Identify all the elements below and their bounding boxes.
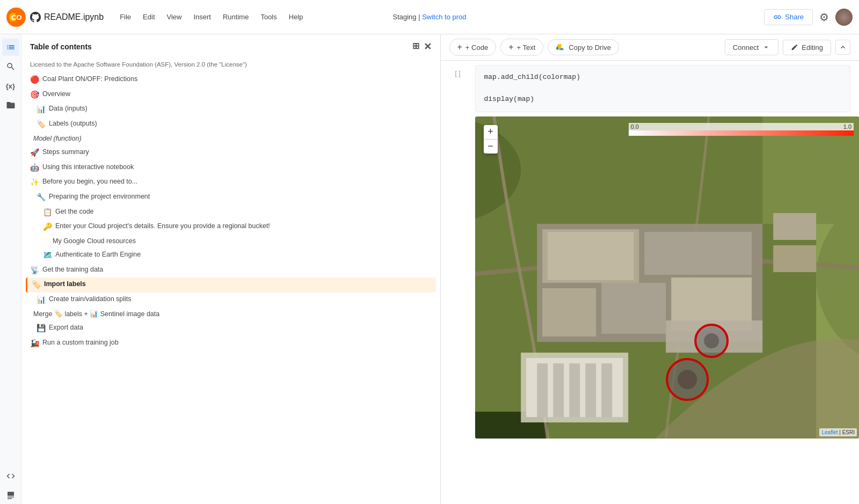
zoom-out-button[interactable]: −	[484, 140, 498, 154]
menu-tools[interactable]: Tools	[255, 11, 282, 23]
toc-items: 🔴 Coal Plant ON/OFF: Predictions 🎯 Overv…	[21, 72, 440, 350]
notebook-area: + + Code + + Text Copy to Drive Connect …	[441, 34, 860, 504]
toc-item-training-job[interactable]: 🚂 Run a custom training job	[26, 336, 436, 351]
import-labels-icon: 🏷️	[32, 280, 41, 290]
menu-help[interactable]: Help	[283, 11, 309, 23]
share-label: Share	[785, 13, 804, 21]
settings-icon[interactable]: ⚙	[819, 11, 829, 24]
editing-button[interactable]: Editing	[783, 40, 831, 55]
toc-item-coal-plant[interactable]: 🔴 Coal Plant ON/OFF: Predictions	[26, 72, 436, 87]
toc-header: Table of contents ⊞ ✕	[21, 34, 440, 57]
earth-icon: 🗺️	[43, 250, 52, 261]
svg-rect-28	[773, 213, 816, 240]
leaflet-link[interactable]: Leaflet	[821, 429, 838, 435]
menu-runtime[interactable]: Runtime	[217, 11, 254, 23]
svg-rect-21	[537, 363, 548, 417]
toc-interactive-label: Using this interactive notebook	[42, 163, 432, 172]
toc-item-before[interactable]: ✨ Before you begin, you need to...	[26, 175, 436, 190]
get-code-icon: 📋	[43, 207, 52, 218]
notebook-filename: README.ipynb	[44, 12, 104, 22]
toc-item-interactive[interactable]: 🤖 Using this interactive notebook	[26, 160, 436, 176]
toc-get-code-label: Get the code	[55, 207, 432, 217]
toc-item-merge[interactable]: Merge 🏷️ labels + 📊 Sentinel image data	[26, 308, 436, 322]
labels-icon: 🏷️	[37, 119, 46, 130]
main-layout: {x} Table of contents ⊞ ✕ Licensed to th…	[0, 34, 859, 504]
collapse-toolbar-button[interactable]	[835, 40, 850, 55]
preparing-icon: 🔧	[37, 192, 46, 203]
add-code-button[interactable]: + + Code	[449, 39, 497, 56]
zoom-in-button[interactable]: +	[484, 125, 498, 139]
share-button[interactable]: Share	[764, 9, 813, 25]
toc-item-import-labels[interactable]: 🏷️ Import labels	[26, 277, 436, 293]
toc-export-label: Export data	[49, 323, 432, 333]
terminal-icon-btn[interactable]	[2, 487, 19, 504]
staging-notice: Staging | Switch to prod	[392, 13, 466, 21]
toc-item-gcloud-resources[interactable]: My Google Cloud resources	[26, 235, 436, 249]
menu-edit[interactable]: Edit	[137, 11, 160, 23]
toc-close-icon[interactable]: ✕	[424, 41, 432, 53]
toc-item-preparing[interactable]: 🔧 Preparing the project environment	[26, 190, 436, 205]
add-text-button[interactable]: + + Text	[500, 39, 543, 56]
run-cell-button[interactable]: [ ]	[452, 67, 464, 80]
toc-grid-icon[interactable]: ⊞	[412, 41, 419, 53]
cell-gutter: [ ]	[441, 63, 475, 445]
toc-item-labels[interactable]: 🏷️ Labels (outputs)	[26, 117, 436, 132]
toc-model-label: Model (function)	[33, 134, 432, 144]
copy-to-drive-button[interactable]: Copy to Drive	[548, 39, 619, 55]
toc-item-get-code[interactable]: 📋 Get the code	[26, 205, 436, 220]
toc-coal-plant-label: Coal Plant ON/OFF: Predictions	[42, 75, 432, 84]
topbar: CO README.ipynb File Edit View Insert Ru…	[0, 0, 859, 34]
overview-icon: 🎯	[30, 90, 39, 100]
toc-title: Table of contents	[30, 42, 92, 51]
colormap-bar: 0.0 1.0	[629, 123, 854, 136]
coal-plant-icon: 🔴	[30, 75, 39, 85]
code-line-3: display(map)	[484, 94, 842, 105]
code-line-2	[484, 83, 842, 94]
svg-text:CO: CO	[11, 13, 22, 21]
svg-rect-29	[773, 245, 816, 272]
toc-item-steps[interactable]: 🚀 Steps summary	[26, 145, 436, 160]
search-icon-btn[interactable]	[2, 58, 19, 75]
add-text-label: + Text	[516, 43, 535, 52]
toc-merge-label: Merge 🏷️ labels + 📊 Sentinel image data	[33, 310, 432, 319]
menu-view[interactable]: View	[162, 11, 187, 23]
code-icon-btn[interactable]	[2, 468, 19, 485]
toc-item-overview[interactable]: 🎯 Overview	[26, 87, 436, 103]
menu-insert[interactable]: Insert	[188, 11, 216, 23]
toc-item-data[interactable]: 📊 Data (inputs)	[26, 102, 436, 117]
training-data-icon: 📡	[30, 265, 39, 276]
user-avatar[interactable]	[835, 9, 853, 26]
link-icon	[773, 13, 782, 21]
menu-file[interactable]: File	[114, 11, 136, 23]
colormap-labels: 0.0 1.0	[629, 123, 854, 130]
svg-rect-14	[548, 232, 634, 280]
toc-item-training-data[interactable]: 📡 Get the training data	[26, 263, 436, 278]
toc-item-model[interactable]: Model (function)	[26, 132, 436, 146]
drive-icon	[556, 43, 564, 52]
switch-to-prod-link[interactable]: Switch to prod	[422, 13, 466, 21]
connect-button[interactable]: Connect	[725, 39, 778, 55]
toc-panel: Table of contents ⊞ ✕ Licensed to the Ap…	[21, 34, 441, 504]
svg-rect-17	[601, 283, 666, 334]
menu-bar: File Edit View Insert Runtime Tools Help	[114, 11, 308, 23]
svg-rect-23	[569, 363, 580, 417]
toc-item-export[interactable]: 💾 Export data	[26, 321, 436, 336]
code-cell-content[interactable]: map.add_child(colormap) display(map)	[475, 65, 851, 112]
variables-icon-btn[interactable]: {x}	[2, 77, 19, 94]
files-icon-btn[interactable]	[2, 97, 19, 114]
toc-gcloud-label: My Google Cloud resources	[53, 237, 432, 246]
staging-text: Staging |	[392, 13, 422, 21]
cloud-details-icon: 🔑	[43, 222, 52, 232]
github-icon	[30, 12, 41, 23]
toc-icon-btn[interactable]	[2, 39, 19, 56]
toc-auth-earth-label: Authenticate to Earth Engine	[55, 250, 432, 260]
data-icon: 📊	[37, 104, 46, 115]
satellite-map	[475, 116, 860, 439]
before-icon: ✨	[30, 177, 39, 188]
toolbar-right: Connect Editing	[725, 39, 850, 55]
toc-item-auth-earth[interactable]: 🗺️ Authenticate to Earth Engine	[26, 248, 436, 263]
connect-dropdown-icon	[762, 43, 770, 52]
toc-import-labels-label: Import labels	[44, 280, 432, 289]
toc-item-train-val[interactable]: 📊 Create train/validation splits	[26, 293, 436, 308]
toc-item-cloud-details[interactable]: 🔑 Enter your Cloud project's details. En…	[26, 220, 436, 235]
